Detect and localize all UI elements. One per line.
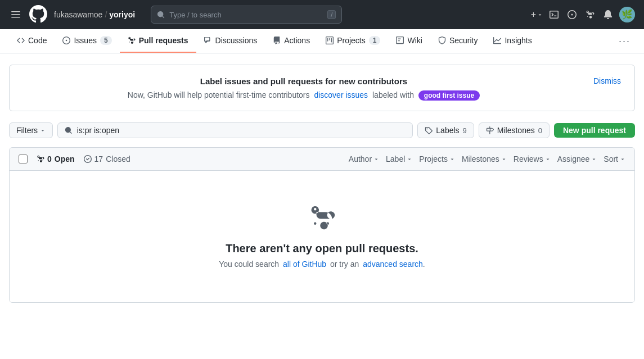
all-of-github-link[interactable]: all of GitHub bbox=[283, 260, 326, 269]
github-logo[interactable] bbox=[29, 5, 47, 25]
repo-link[interactable]: yoriyoi bbox=[109, 10, 135, 19]
projects-chevron-icon bbox=[449, 156, 455, 162]
closed-count[interactable]: 17 Closed bbox=[84, 154, 130, 163]
label-chevron-icon bbox=[407, 156, 412, 162]
nav-item-discussions[interactable]: Discussions bbox=[196, 29, 265, 53]
select-all-checkbox[interactable] bbox=[19, 154, 28, 163]
reviews-filter[interactable]: Reviews bbox=[514, 154, 551, 163]
label-filter[interactable]: Label bbox=[386, 154, 412, 163]
banner-text: Now, GitHub will help potential first-ti… bbox=[23, 90, 584, 99]
pr-header-filters: Author Label Projects Milestones Reviews bbox=[349, 154, 625, 163]
pr-list-header: 0 Open 17 Closed Author Label bbox=[10, 148, 634, 171]
contributor-banner: Label issues and pull requests for new c… bbox=[9, 65, 635, 111]
nav-item-security[interactable]: Security bbox=[430, 29, 486, 53]
nav-security-label: Security bbox=[449, 36, 478, 45]
assignee-filter-label: Assignee bbox=[557, 154, 590, 163]
breadcrumb-sep: / bbox=[105, 10, 107, 19]
empty-state-desc: You could search all of GitHub or try an… bbox=[219, 260, 425, 269]
nav-item-issues[interactable]: Issues 5 bbox=[55, 29, 119, 53]
search-bar[interactable]: Type / to search / bbox=[151, 6, 342, 24]
nav-item-insights[interactable]: Insights bbox=[485, 29, 539, 53]
open-label: Open bbox=[55, 154, 75, 163]
issues-icon-button[interactable] bbox=[565, 8, 579, 21]
create-button[interactable]: + bbox=[531, 10, 543, 20]
pr-open-icon bbox=[37, 155, 44, 163]
closed-count-value: 17 bbox=[94, 154, 103, 163]
security-icon bbox=[438, 37, 446, 44]
author-filter[interactable]: Author bbox=[349, 154, 379, 163]
chevron-down-icon bbox=[537, 12, 543, 17]
breadcrumb: fukasawamoe / yoriyoi bbox=[54, 10, 135, 19]
search-kbd: / bbox=[327, 10, 336, 19]
reviews-filter-label: Reviews bbox=[514, 154, 543, 163]
empty-desc-after: . bbox=[423, 260, 425, 269]
advanced-search-link[interactable]: advanced search bbox=[363, 260, 423, 269]
nav-item-pullrequests[interactable]: Pull requests bbox=[120, 29, 196, 53]
nav-item-code[interactable]: Code bbox=[9, 29, 55, 53]
pullrequest-icon-button[interactable] bbox=[583, 8, 597, 21]
filters-chevron-icon bbox=[40, 128, 46, 133]
issues-badge: 5 bbox=[100, 36, 112, 45]
actions-icon bbox=[273, 37, 281, 44]
terminal-button[interactable] bbox=[547, 8, 561, 21]
discussions-icon bbox=[204, 37, 212, 44]
assignee-filter[interactable]: Assignee bbox=[557, 154, 597, 163]
search-input-wrap[interactable] bbox=[57, 122, 413, 138]
projects-filter-label: Projects bbox=[419, 154, 448, 163]
open-count-value: 0 bbox=[47, 154, 52, 163]
plus-icon: + bbox=[531, 10, 536, 20]
nav-item-actions[interactable]: Actions bbox=[265, 29, 318, 53]
top-nav: fukasawamoe / yoriyoi Type / to search /… bbox=[0, 0, 644, 29]
empty-desc-before: You could search bbox=[219, 260, 279, 269]
nav-insights-label: Insights bbox=[505, 36, 532, 45]
notifications-button[interactable] bbox=[601, 8, 615, 21]
hamburger-icon bbox=[11, 10, 20, 19]
labels-button[interactable]: Labels 9 bbox=[417, 122, 474, 138]
discover-issues-link[interactable]: discover issues bbox=[314, 90, 368, 99]
main-content: Label issues and pull requests for new c… bbox=[0, 53, 644, 314]
projects-filter[interactable]: Projects bbox=[419, 154, 455, 163]
pr-counts: 0 Open 17 Closed bbox=[37, 154, 130, 163]
open-count[interactable]: 0 Open bbox=[37, 154, 75, 163]
top-nav-actions: + 🌿 bbox=[531, 7, 635, 22]
banner-text-before: Now, GitHub will help potential first-ti… bbox=[128, 90, 310, 99]
filters-label: Filters bbox=[16, 126, 38, 135]
github-logo-icon bbox=[29, 5, 47, 23]
nav-pullrequests-label: Pull requests bbox=[139, 36, 188, 45]
git-pull-request-icon bbox=[586, 10, 595, 19]
insights-icon bbox=[493, 37, 501, 44]
filters-button[interactable]: Filters bbox=[9, 122, 53, 138]
label-icon bbox=[425, 126, 433, 134]
labels-count: 9 bbox=[463, 126, 467, 135]
search-icon bbox=[157, 11, 165, 19]
nav-item-projects[interactable]: Projects 1 bbox=[318, 29, 388, 53]
milestones-button[interactable]: Milestones 0 bbox=[479, 122, 550, 138]
search-input[interactable] bbox=[77, 126, 406, 135]
svg-text:🌿: 🌿 bbox=[622, 9, 633, 20]
empty-state-title: There aren't any open pull requests. bbox=[226, 242, 418, 255]
sort-filter-label: Sort bbox=[604, 154, 618, 163]
hamburger-button[interactable] bbox=[9, 8, 22, 21]
pr-list: 0 Open 17 Closed Author Label bbox=[9, 147, 635, 303]
avatar[interactable]: 🌿 bbox=[619, 7, 635, 22]
new-pull-request-button[interactable]: New pull request bbox=[554, 123, 635, 138]
nav-actions-label: Actions bbox=[284, 36, 310, 45]
author-filter-label: Author bbox=[349, 154, 372, 163]
repo-nav-more-button[interactable]: ··· bbox=[614, 31, 635, 52]
nav-item-wiki[interactable]: Wiki bbox=[388, 29, 430, 53]
svg-rect-1 bbox=[11, 14, 20, 15]
svg-point-5 bbox=[427, 129, 428, 130]
milestones-filter[interactable]: Milestones bbox=[462, 154, 507, 163]
user-link[interactable]: fukasawamoe bbox=[54, 10, 102, 19]
sort-filter[interactable]: Sort bbox=[604, 154, 625, 163]
milestones-count: 0 bbox=[538, 126, 542, 135]
filter-bar: Filters Labels 9 Milestones 0 New pull r… bbox=[9, 122, 635, 138]
good-first-issue-badge: good first issue bbox=[418, 90, 480, 101]
milestones-label: Milestones bbox=[497, 126, 535, 135]
search-placeholder: Type / to search bbox=[169, 11, 323, 19]
projects-icon bbox=[326, 37, 334, 44]
assignee-chevron-icon bbox=[591, 156, 597, 162]
dismiss-button[interactable]: Dismiss bbox=[593, 76, 621, 85]
issue-opened-icon bbox=[568, 10, 577, 19]
svg-rect-0 bbox=[11, 11, 20, 12]
